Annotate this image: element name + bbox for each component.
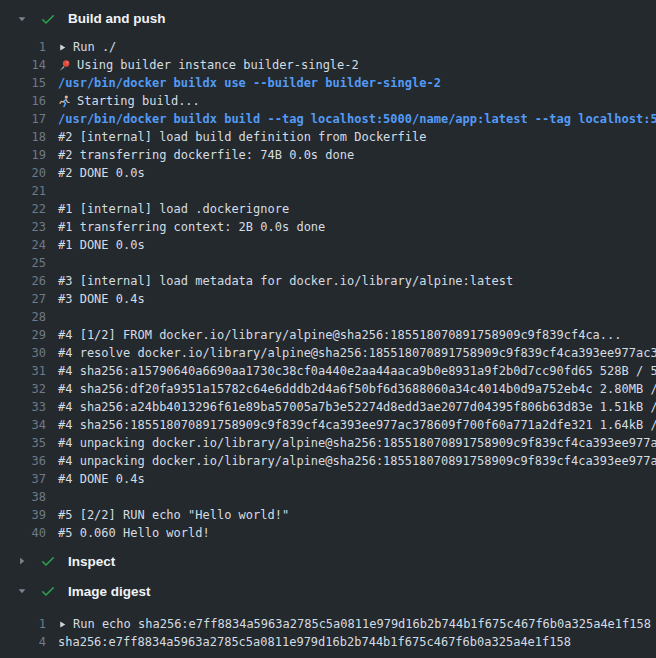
line-content: #2 transferring dockerfile: 74B 0.0s don… — [58, 146, 354, 164]
log-line: 35#4 unpacking docker.io/library/alpine@… — [0, 434, 656, 452]
line-text: #1 transferring context: 2B 0.0s done — [58, 218, 325, 236]
line-number[interactable]: 1 — [0, 38, 46, 56]
line-number[interactable]: 30 — [0, 344, 46, 362]
log-line: 40#5 0.060 Hello world! — [0, 524, 656, 542]
line-number[interactable]: 19 — [0, 146, 46, 164]
line-text: #4 unpacking docker.io/library/alpine@sh… — [58, 452, 656, 470]
line-text: #5 [2/2] RUN echo "Hello world!" — [58, 506, 289, 524]
line-number[interactable]: 1 — [0, 615, 46, 633]
line-number[interactable]: 14 — [0, 56, 46, 74]
log-line: 33#4 sha256:a24bb4013296f61e89ba57005a7b… — [0, 398, 656, 416]
line-number[interactable]: 24 — [0, 236, 46, 254]
log-line: 16Starting build... — [0, 92, 656, 110]
log-group-header-inspect[interactable]: Inspect — [0, 548, 656, 574]
log-line: 37#4 DONE 0.4s — [0, 470, 656, 488]
log-line: 38 — [0, 488, 656, 506]
log-line: 14Using builder instance builder-single-… — [0, 56, 656, 74]
line-content: #4 unpacking docker.io/library/alpine@sh… — [58, 434, 656, 452]
line-number[interactable]: 38 — [0, 488, 46, 506]
line-number[interactable]: 28 — [0, 308, 46, 326]
line-text: #4 resolve docker.io/library/alpine@sha2… — [58, 344, 656, 362]
line-text: Run ./ — [73, 38, 116, 56]
line-content: Run echo sha256:e7ff8834a5963a2785c5a081… — [58, 615, 651, 633]
check-icon — [40, 583, 56, 599]
line-number[interactable]: 36 — [0, 452, 46, 470]
log-line: 31#4 sha256:a15790640a6690aa1730c38cf0a4… — [0, 362, 656, 380]
line-number[interactable]: 33 — [0, 398, 46, 416]
line-text: #3 [internal] load metadata for docker.i… — [58, 272, 513, 290]
log-line: 4sha256:e7ff8834a5963a2785c5a0811e979d16… — [0, 633, 656, 651]
log-line: 1Run echo sha256:e7ff8834a5963a2785c5a08… — [0, 615, 656, 633]
check-icon — [40, 11, 56, 27]
line-number[interactable]: 20 — [0, 164, 46, 182]
line-content: Using builder instance builder-single-2 — [58, 56, 359, 74]
line-text: /usr/bin/docker buildx use --builder bui… — [58, 74, 441, 92]
line-number[interactable]: 15 — [0, 74, 46, 92]
line-content: #4 DONE 0.4s — [58, 470, 145, 488]
line-content: /usr/bin/docker buildx build --tag local… — [58, 110, 656, 128]
line-text: #2 [internal] load build definition from… — [58, 128, 426, 146]
line-number[interactable]: 25 — [0, 254, 46, 272]
log-line: 28 — [0, 308, 656, 326]
chevron-right-icon — [16, 555, 28, 567]
line-text: #2 transferring dockerfile: 74B 0.0s don… — [58, 146, 354, 164]
run-arrow-icon[interactable] — [58, 620, 67, 629]
log-line: 18#2 [internal] load build definition fr… — [0, 128, 656, 146]
log-line: 20#2 DONE 0.0s — [0, 164, 656, 182]
log-line: 25 — [0, 254, 656, 272]
line-number[interactable]: 34 — [0, 416, 46, 434]
line-number[interactable]: 18 — [0, 128, 46, 146]
log-line: 29#4 [1/2] FROM docker.io/library/alpine… — [0, 326, 656, 344]
line-text: /usr/bin/docker buildx build --tag local… — [58, 110, 656, 128]
line-content: #4 unpacking docker.io/library/alpine@sh… — [58, 452, 656, 470]
chevron-down-icon — [16, 13, 28, 25]
line-number[interactable]: 17 — [0, 110, 46, 128]
line-number[interactable]: 35 — [0, 434, 46, 452]
log-group-header-build-and-push[interactable]: Build and push — [0, 5, 656, 32]
line-content: #3 [internal] load metadata for docker.i… — [58, 272, 513, 290]
line-content: #4 resolve docker.io/library/alpine@sha2… — [58, 344, 656, 362]
line-number[interactable]: 27 — [0, 290, 46, 308]
line-content: #4 sha256:a15790640a6690aa1730c38cf0a440… — [58, 362, 656, 380]
line-number[interactable]: 31 — [0, 362, 46, 380]
log-group-header-image-digest[interactable]: Image digest — [0, 578, 656, 604]
log-line: 27#3 DONE 0.4s — [0, 290, 656, 308]
line-number[interactable]: 4 — [0, 633, 46, 651]
line-text: #4 unpacking docker.io/library/alpine@sh… — [58, 434, 656, 452]
line-number[interactable]: 37 — [0, 470, 46, 488]
log-line: 39#5 [2/2] RUN echo "Hello world!" — [0, 506, 656, 524]
line-content: sha256:e7ff8834a5963a2785c5a0811e979d16b… — [58, 633, 571, 651]
line-text: #4 [1/2] FROM docker.io/library/alpine@s… — [58, 326, 622, 344]
chevron-down-icon — [16, 585, 28, 597]
line-content: #2 DONE 0.0s — [58, 164, 145, 182]
log-line: 17/usr/bin/docker buildx build --tag loc… — [0, 110, 656, 128]
line-text: Run echo sha256:e7ff8834a5963a2785c5a081… — [73, 615, 651, 633]
line-number[interactable]: 29 — [0, 326, 46, 344]
log-line: 30#4 resolve docker.io/library/alpine@sh… — [0, 344, 656, 362]
run-arrow-icon[interactable] — [58, 43, 67, 52]
log-lines-image-digest: 1Run echo sha256:e7ff8834a5963a2785c5a08… — [0, 604, 656, 651]
log-line: 23#1 transferring context: 2B 0.0s done — [0, 218, 656, 236]
line-content: #1 transferring context: 2B 0.0s done — [58, 218, 325, 236]
line-number[interactable]: 39 — [0, 506, 46, 524]
line-text: #4 sha256:df20fa9351a15782c64e6dddb2d4a6… — [58, 380, 656, 398]
line-text: #3 DONE 0.4s — [58, 290, 145, 308]
line-content: #4 sha256:a24bb4013296f61e89ba57005a7b3e… — [58, 398, 656, 416]
line-text: #5 0.060 Hello world! — [58, 524, 210, 542]
line-content: /usr/bin/docker buildx use --builder bui… — [58, 74, 441, 92]
group-title: Image digest — [68, 584, 151, 599]
line-text: sha256:e7ff8834a5963a2785c5a0811e979d16b… — [58, 633, 571, 651]
line-text: Using builder instance builder-single-2 — [77, 56, 359, 74]
line-number[interactable]: 32 — [0, 380, 46, 398]
log-line: 15/usr/bin/docker buildx use --builder b… — [0, 74, 656, 92]
line-text: #1 [internal] load .dockerignore — [58, 200, 289, 218]
log-lines-build-and-push: 1Run ./14Using builder instance builder-… — [0, 32, 656, 544]
line-number[interactable]: 21 — [0, 182, 46, 200]
line-number[interactable]: 16 — [0, 92, 46, 110]
line-number[interactable]: 26 — [0, 272, 46, 290]
line-number[interactable]: 40 — [0, 524, 46, 542]
log-line: 1Run ./ — [0, 38, 656, 56]
line-number[interactable]: 23 — [0, 218, 46, 236]
line-number[interactable]: 22 — [0, 200, 46, 218]
line-content: #1 DONE 0.0s — [58, 236, 145, 254]
